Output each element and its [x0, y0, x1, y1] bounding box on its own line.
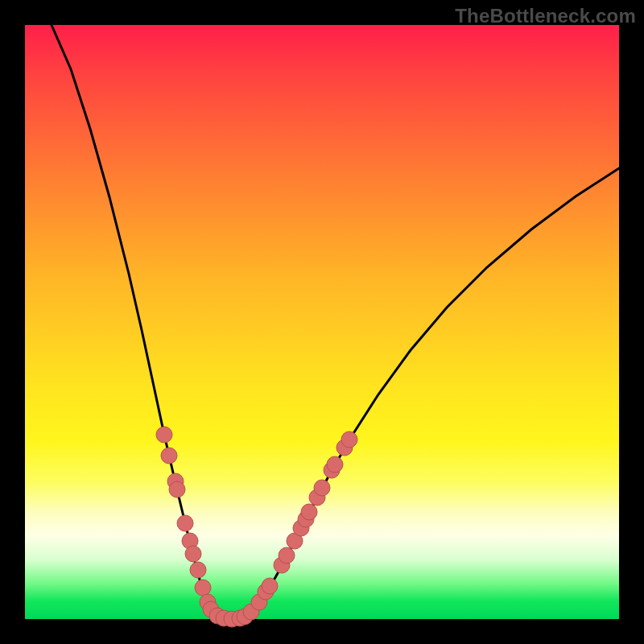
- chart-plot-area: [25, 25, 619, 619]
- chart-canvas: TheBottleneck.com: [0, 0, 644, 644]
- watermark-text: TheBottleneck.com: [455, 5, 636, 27]
